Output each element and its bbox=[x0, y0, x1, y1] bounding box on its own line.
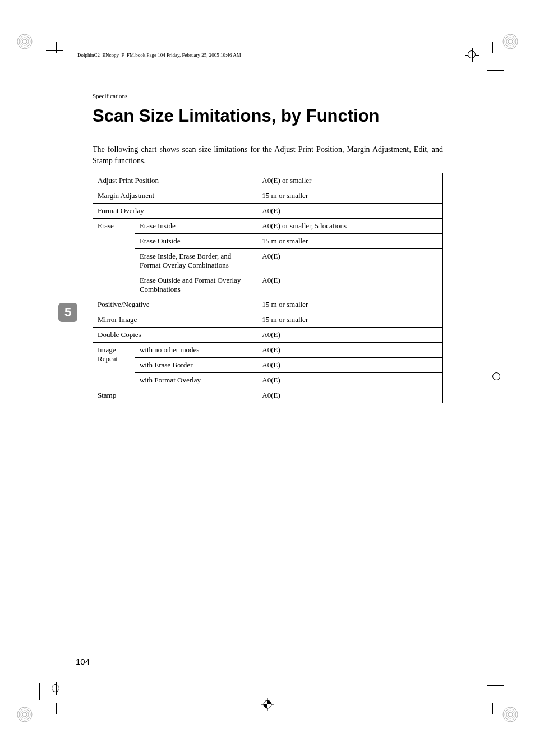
table-row: with Format Overlay A0(E) bbox=[93, 372, 443, 388]
row-value: A0(E) or smaller, 5 locations bbox=[257, 218, 443, 233]
table-row: Margin Adjustment 15 m or smaller bbox=[93, 188, 443, 203]
svg-point-11 bbox=[17, 707, 32, 722]
page-number: 104 bbox=[76, 657, 90, 666]
row-group-label: Erase bbox=[93, 218, 135, 297]
table-row: Erase Outside and Format Overlay Combina… bbox=[93, 273, 443, 297]
row-value: A0(E) bbox=[257, 357, 443, 372]
registration-mark-icon bbox=[465, 48, 479, 62]
svg-point-7 bbox=[508, 39, 513, 44]
table-row: with Erase Border A0(E) bbox=[93, 357, 443, 372]
crop-mark bbox=[487, 70, 504, 71]
row-value: A0(E) bbox=[257, 342, 443, 357]
crop-mark bbox=[56, 703, 57, 714]
row-value: A0(E) bbox=[257, 327, 443, 342]
registration-mark-icon bbox=[261, 698, 274, 711]
row-sublabel: with Erase Border bbox=[135, 357, 257, 372]
row-sublabel: with Format Overlay bbox=[135, 372, 257, 388]
table-row: Double Copies A0(E) bbox=[93, 327, 443, 342]
spec-table: Adjust Print Position A0(E) or smaller M… bbox=[93, 173, 443, 403]
svg-point-4 bbox=[503, 34, 518, 49]
row-value: A0(E) bbox=[257, 388, 443, 403]
row-label: Adjust Print Position bbox=[93, 173, 257, 188]
row-value: 15 m or smaller bbox=[257, 297, 443, 312]
svg-point-14 bbox=[22, 712, 27, 717]
page-title: Scan Size Limitations, by Function bbox=[93, 106, 443, 126]
crop-mark bbox=[46, 42, 57, 42]
row-value: A0(E) bbox=[257, 372, 443, 388]
chapter-number: 5 bbox=[64, 305, 71, 320]
row-label: Format Overlay bbox=[93, 203, 257, 218]
intro-paragraph: The following chart shows scan size limi… bbox=[93, 144, 443, 167]
crop-mark bbox=[56, 42, 57, 53]
printer-mark-spiral-icon bbox=[502, 34, 518, 49]
crop-mark bbox=[46, 714, 57, 714]
svg-point-18 bbox=[508, 712, 513, 717]
row-label: Double Copies bbox=[93, 327, 257, 342]
table-row: Stamp A0(E) bbox=[93, 388, 443, 403]
crop-mark bbox=[501, 686, 501, 706]
row-value: 15 m or smaller bbox=[257, 312, 443, 327]
row-value: 15 m or smaller bbox=[257, 233, 443, 248]
crop-mark bbox=[492, 703, 493, 714]
table-row: Erase Erase Inside A0(E) or smaller, 5 l… bbox=[93, 218, 443, 233]
crop-mark bbox=[46, 50, 63, 51]
crop-mark bbox=[492, 42, 493, 53]
row-value: 15 m or smaller bbox=[257, 188, 443, 203]
table-row: Positive/Negative 15 m or smaller bbox=[93, 297, 443, 312]
crop-mark bbox=[478, 42, 489, 42]
printer-mark-spiral-icon bbox=[17, 707, 33, 722]
row-label: Mirror Image bbox=[93, 312, 257, 327]
row-group-label: Image Repeat bbox=[93, 342, 135, 388]
row-value: A0(E) bbox=[257, 203, 443, 218]
row-sublabel: Erase Outside and Format Overlay Combina… bbox=[135, 273, 257, 297]
row-label: Stamp bbox=[93, 388, 257, 403]
registration-mark-icon bbox=[49, 682, 63, 695]
crop-mark bbox=[39, 683, 40, 700]
table-row: Image Repeat with no other modes A0(E) bbox=[93, 342, 443, 357]
svg-point-17 bbox=[506, 711, 514, 718]
table-row: Mirror Image 15 m or smaller bbox=[93, 312, 443, 327]
row-sublabel: Erase Inside, Erase Border, and Format O… bbox=[135, 248, 257, 273]
svg-point-2 bbox=[21, 38, 29, 45]
printer-mark-spiral-icon bbox=[17, 34, 33, 49]
row-sublabel: with no other modes bbox=[135, 342, 257, 357]
crop-mark bbox=[490, 370, 490, 384]
row-sublabel: Erase Inside bbox=[135, 218, 257, 233]
header-rule bbox=[73, 59, 432, 59]
table-row: Format Overlay A0(E) bbox=[93, 203, 443, 218]
table-row: Adjust Print Position A0(E) or smaller bbox=[93, 173, 443, 188]
svg-point-15 bbox=[503, 707, 518, 722]
row-label: Positive/Negative bbox=[93, 297, 257, 312]
registration-mark-icon bbox=[490, 370, 504, 384]
row-label: Margin Adjustment bbox=[93, 188, 257, 203]
svg-point-3 bbox=[22, 39, 27, 44]
crop-mark bbox=[478, 714, 489, 714]
svg-point-6 bbox=[506, 38, 514, 45]
row-value: A0(E) bbox=[257, 273, 443, 297]
header-file-info: DolphinC2_ENcopy_F_FM.book Page 104 Frid… bbox=[77, 52, 241, 58]
printer-mark-spiral-icon bbox=[502, 707, 518, 722]
row-sublabel: Erase Outside bbox=[135, 233, 257, 248]
svg-point-0 bbox=[17, 34, 32, 49]
section-label: Specifications bbox=[93, 93, 443, 99]
row-value: A0(E) or smaller bbox=[257, 173, 443, 188]
svg-point-13 bbox=[21, 711, 29, 718]
crop-mark bbox=[501, 50, 501, 70]
row-value: A0(E) bbox=[257, 248, 443, 273]
table-row: Erase Inside, Erase Border, and Format O… bbox=[93, 248, 443, 273]
page-content: Specifications Scan Size Limitations, by… bbox=[93, 93, 443, 403]
table-row: Erase Outside 15 m or smaller bbox=[93, 233, 443, 248]
chapter-number-tab: 5 bbox=[58, 303, 77, 322]
